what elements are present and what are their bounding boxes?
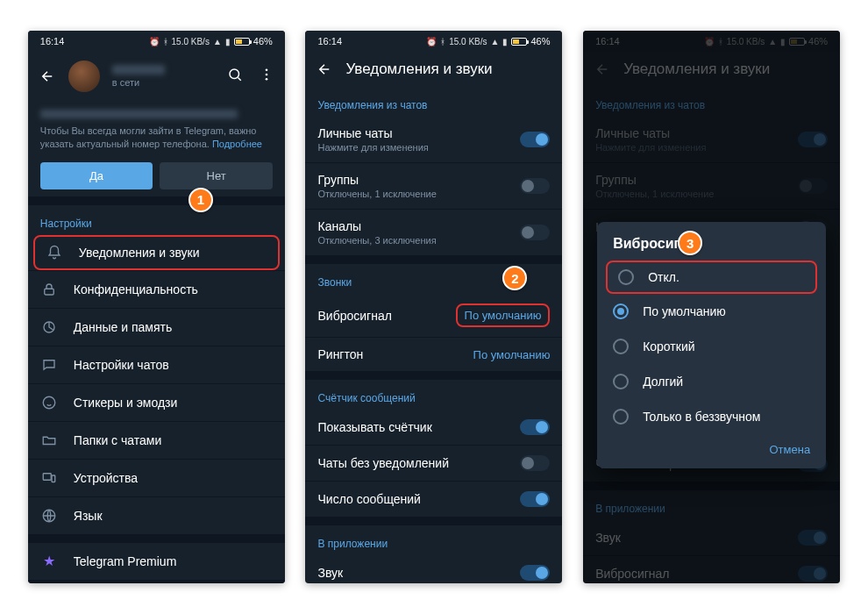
row-groups[interactable]: Группы Отключены, 1 исключение: [305, 162, 562, 209]
toggle-groups[interactable]: [520, 178, 550, 194]
net-icon: 15.0 KB/s: [172, 37, 210, 46]
label-sound: Звук: [317, 566, 504, 580]
row-channels-label: Каналы: [317, 219, 504, 233]
toggle-channels[interactable]: [520, 225, 550, 240]
radio-default[interactable]: По умолчанию: [597, 294, 826, 329]
back-icon[interactable]: [39, 68, 56, 85]
radio-short-label: Короткий: [643, 339, 694, 353]
label-show-counter: Показывать счётчик: [317, 420, 504, 434]
devices-icon: [40, 469, 58, 487]
star-icon: ★: [40, 553, 58, 570]
svg-point-0: [230, 69, 239, 79]
section-counter: Счётчик сообщений: [305, 380, 562, 410]
wifi-icon: ▲: [491, 37, 500, 46]
label-unread-chats: Чаты без уведомлений: [317, 456, 504, 470]
banner-more-link[interactable]: Подробнее: [212, 139, 262, 149]
radio-off[interactable]: Откл.: [606, 261, 817, 294]
screenshot-2: 16:14 ⏰ ᚼ 15.0 KB/s ▲ ▮ 46% Уведомления …: [305, 31, 562, 583]
badge-1: 1: [189, 188, 213, 212]
row-groups-sub: Отключены, 1 исключение: [317, 189, 504, 199]
screenshot-3: 16:14 ⏰ ᚼ 15.0 KB/s ▲ ▮ 46% Уведомления …: [583, 31, 840, 583]
username-blurred: [112, 65, 165, 75]
page-title: Уведомления и звуки: [345, 61, 492, 78]
screenshot-1: 16:14 ⏰ ᚼ 15.0 KB/s ▲ ▮ 46% в сети: [28, 31, 285, 583]
divider: [28, 580, 285, 583]
row-channels-sub: Отключены, 3 исключения: [317, 235, 504, 246]
row-private-label: Личные чаты: [317, 126, 504, 140]
more-icon[interactable]: [259, 67, 274, 87]
settings-item-chat[interactable]: Настройки чатов: [28, 346, 285, 383]
row-ringtone[interactable]: Рингтон По умолчанию: [305, 337, 562, 371]
status-time: 16:14: [317, 36, 342, 46]
radio-icon: [613, 374, 629, 389]
settings-label-devices: Устройства: [74, 471, 273, 485]
settings-item-privacy[interactable]: Конфиденциальность: [28, 270, 285, 308]
settings-label-notifications: Уведомления и звуки: [79, 246, 267, 260]
toggle-show-counter[interactable]: [520, 419, 550, 435]
vibration-dialog: Вибросигнал 3 Откл. По умолчанию Коротки…: [597, 222, 826, 468]
row-groups-label: Группы: [317, 173, 504, 187]
label-msg-count: Число сообщений: [317, 492, 504, 506]
settings-label-language: Язык: [74, 509, 273, 523]
settings-label-data: Данные и память: [74, 320, 273, 334]
toggle-private[interactable]: [520, 132, 550, 147]
settings-item-devices[interactable]: Устройства: [28, 459, 285, 496]
settings-label-privacy: Конфиденциальность: [74, 282, 273, 296]
settings-label-stickers: Стикеры и эмодзи: [74, 396, 273, 410]
yes-button[interactable]: Да: [40, 162, 153, 189]
search-icon[interactable]: [227, 67, 243, 87]
svg-point-6: [43, 396, 55, 409]
phone-banner: Чтобы Вы всегда могли зайти в Telegram, …: [28, 101, 285, 196]
radio-default-label: По умолчанию: [643, 304, 726, 318]
radio-long-label: Долгий: [643, 375, 683, 389]
radio-icon: [613, 303, 629, 319]
settings-section-title: Настройки: [28, 205, 285, 235]
toggle-msg-count[interactable]: [520, 491, 550, 507]
back-icon[interactable]: [316, 61, 333, 78]
row-channels[interactable]: Каналы Отключены, 3 исключения: [305, 209, 562, 255]
row-private[interactable]: Личные чаты Нажмите для изменения: [305, 117, 562, 162]
row-vibration-value: По умолчанию: [456, 303, 551, 327]
divider: [28, 196, 285, 205]
settings-label-premium: Telegram Premium: [74, 554, 273, 568]
battery-icon: [234, 38, 250, 46]
battery-pct: 46%: [253, 36, 273, 46]
no-button[interactable]: Нет: [160, 162, 273, 189]
settings-item-stickers[interactable]: Стикеры и эмодзи: [28, 383, 285, 421]
radio-long[interactable]: Долгий: [597, 364, 826, 399]
settings-label-folders: Папки с чатами: [74, 433, 273, 447]
row-msg-count[interactable]: Число сообщений: [305, 481, 562, 517]
svg-point-3: [265, 77, 267, 80]
row-private-sub: Нажмите для изменения: [317, 142, 504, 153]
settings-item-premium[interactable]: ★ Telegram Premium: [28, 543, 285, 580]
settings-item-folders[interactable]: Папки с чатами: [28, 421, 285, 459]
svg-point-2: [265, 73, 267, 75]
user-status: в сети: [112, 77, 215, 88]
row-vibration-label: Вибросигнал: [317, 309, 439, 323]
row-unread-chats[interactable]: Чаты без уведомлений: [305, 445, 562, 481]
radio-silent-label: Только в беззвучном: [643, 410, 760, 424]
radio-silent-only[interactable]: Только в беззвучном: [597, 399, 826, 434]
toggle-unread-chats[interactable]: [520, 455, 550, 471]
avatar[interactable]: [68, 61, 100, 92]
svg-rect-7: [43, 474, 51, 481]
divider: [305, 517, 562, 525]
folder-icon: [40, 432, 58, 449]
settings-item-data[interactable]: Данные и память: [28, 308, 285, 346]
toggle-sound[interactable]: [520, 565, 550, 581]
alarm-icon: ⏰: [149, 37, 160, 46]
page-header: Уведомления и звуки: [305, 52, 562, 87]
row-sound[interactable]: Звук: [305, 555, 562, 583]
signal-icon: ▮: [502, 37, 508, 46]
divider: [28, 534, 285, 543]
bell-icon: [46, 244, 63, 261]
radio-short[interactable]: Короткий: [597, 329, 826, 364]
row-show-counter[interactable]: Показывать счётчик: [305, 410, 562, 445]
dialog-cancel-button[interactable]: Отмена: [597, 434, 826, 461]
row-ringtone-label: Рингтон: [317, 347, 457, 361]
svg-rect-4: [45, 289, 54, 295]
settings-item-language[interactable]: Язык: [28, 496, 285, 534]
settings-item-notifications[interactable]: Уведомления и звуки: [33, 235, 280, 270]
battery-icon: [511, 38, 527, 46]
row-vibration[interactable]: Вибросигнал По умолчанию: [305, 294, 562, 337]
